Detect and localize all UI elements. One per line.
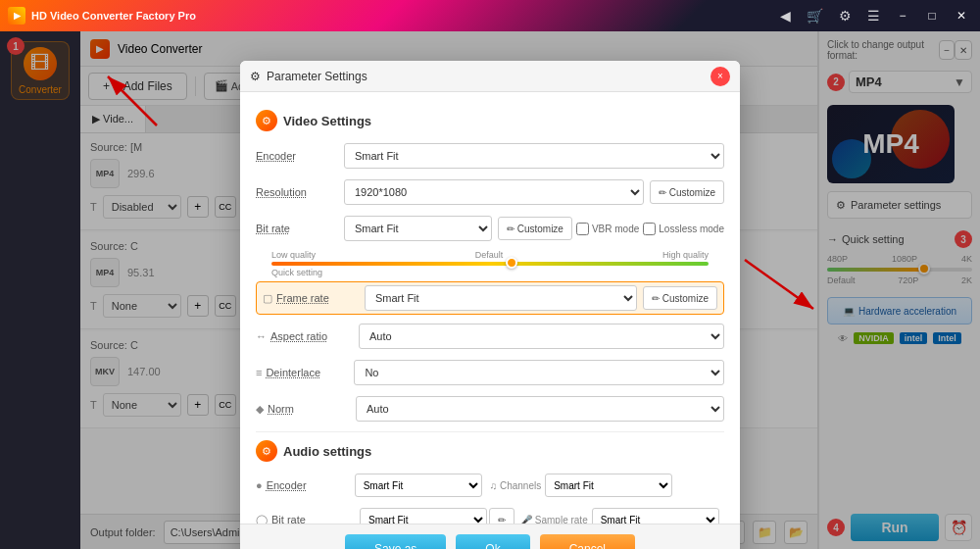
modal-body: ⚙ Video Settings Encoder Smart Fit Resol… (240, 92, 740, 524)
deinterlace-icon: ≡ (256, 367, 262, 378)
quality-track[interactable] (271, 262, 709, 266)
customize-icon-1: ✏ (659, 187, 666, 198)
aspect-icon: ↔ (256, 330, 267, 342)
quality-default: Default (475, 250, 504, 260)
video-settings-icon: ⚙ (256, 110, 277, 131)
customize-label-3: Customize (662, 293, 709, 304)
modal-overlay: ⚙ Parameter Settings × ⚙ Video Settings … (0, 31, 980, 549)
bitrate-row: Bit rate Smart Fit ✏ Customize VBR mode (256, 214, 724, 243)
framerate-select[interactable]: Smart Fit (365, 285, 637, 311)
audio-bitrate-icon: ◯ (256, 514, 268, 524)
video-settings-title: Video Settings (283, 114, 371, 128)
resolution-customize-button[interactable]: ✏ Customize (650, 180, 724, 204)
quality-slider-section: Low quality Default High quality Quick s… (271, 250, 709, 277)
sample-label: Sample rate (535, 515, 588, 524)
ok-button[interactable]: Ok (456, 534, 529, 549)
audio-settings-title: Audio settings (283, 444, 371, 459)
settings-icon[interactable]: ⚙ (835, 6, 856, 25)
deinterlace-select[interactable]: No Yes (354, 360, 724, 385)
framerate-value-wrapper: Smart Fit (365, 285, 637, 311)
app-window: ▶ HD Video Converter Factory Pro ◀ 🛒 ⚙ ☰… (0, 0, 980, 549)
customize-icon-3: ✏ (652, 293, 660, 304)
channels-icon: ♫ Channels (490, 480, 542, 491)
framerate-label: Frame rate (276, 292, 365, 304)
modal-title: ⚙ Parameter Settings (250, 70, 368, 83)
quality-thumb[interactable] (506, 257, 517, 269)
save-as-label: Save as (374, 542, 416, 549)
audio-bitrate-customize-button[interactable]: ✏ (489, 508, 514, 524)
sample-icon: 🎤 Sample rate (520, 515, 588, 524)
vbr-mode-check: VBR mode (576, 223, 639, 235)
maximize-button[interactable]: □ (921, 5, 943, 26)
cancel-label: Cancel (569, 542, 606, 549)
bitrate-label: Bit rate (256, 223, 344, 234)
norm-select[interactable]: Auto (356, 396, 724, 422)
customize-label-1: Customize (669, 187, 715, 198)
norm-label: Norm (268, 403, 356, 415)
parameter-settings-modal: ⚙ Parameter Settings × ⚙ Video Settings … (240, 61, 740, 549)
audio-settings-header: ⚙ Audio settings (256, 440, 724, 462)
lossless-mode-check: Lossless mode (643, 223, 724, 235)
modal-title-icon: ⚙ (250, 70, 261, 83)
quick-setting-sub-label: Quick setting (271, 268, 709, 277)
quality-low: Low quality (271, 250, 316, 260)
app-title: HD Video Converter Factory Pro (31, 10, 196, 22)
resolution-row: Resolution 1920*1080 ✏ Customize (256, 177, 724, 207)
audio-bitrate-select[interactable]: Smart Fit (360, 508, 487, 524)
encoder-select[interactable]: Smart Fit (344, 143, 724, 169)
framerate-icon: ▢ (263, 292, 272, 305)
norm-icon: ◆ (256, 403, 264, 416)
audio-bitrate-row: ◯ Bit rate Smart Fit ✏ 🎤 Sample rate Sma… (256, 506, 724, 524)
audio-encoder-icon: ● (256, 479, 263, 491)
minimize-button[interactable]: − (892, 5, 913, 26)
customize-label-2: Customize (517, 224, 564, 234)
aspect-label: Aspect ratio (270, 330, 359, 342)
deinterlace-value-wrapper: No Yes (354, 360, 724, 385)
audio-encoder-select[interactable]: Smart Fit (355, 474, 482, 497)
deinterlace-label: Deinterlace (266, 367, 354, 378)
save-as-button[interactable]: Save as (345, 534, 446, 549)
aspect-select[interactable]: Auto (359, 324, 724, 349)
encoder-row: Encoder Smart Fit (256, 141, 724, 171)
audio-encoder-label: Encoder (267, 479, 355, 491)
norm-row: ◆ Norm Auto (256, 394, 724, 424)
channels-select[interactable]: Smart Fit (545, 474, 672, 497)
resolution-label: Resolution (256, 186, 344, 198)
cancel-button[interactable]: Cancel (540, 534, 635, 549)
bitrate-select[interactable]: Smart Fit (344, 216, 492, 241)
close-button[interactable]: ✕ (951, 5, 972, 26)
cart-icon[interactable]: 🛒 (803, 6, 827, 25)
quality-labels: Low quality Default High quality (271, 250, 709, 260)
resolution-value-wrapper: 1920*1080 (344, 179, 644, 205)
customize-icon-2: ✏ (507, 224, 514, 234)
vbr-checkbox[interactable] (576, 223, 589, 235)
ok-label: Ok (485, 542, 500, 549)
lossless-checkbox[interactable] (643, 223, 656, 235)
audio-encoder-row: ● Encoder Smart Fit ♫ Channels Smart Fit (256, 472, 724, 499)
norm-value-wrapper: Auto (356, 396, 724, 422)
title-bar-left: ▶ HD Video Converter Factory Pro (8, 7, 196, 25)
modal-close-button[interactable]: × (710, 67, 730, 86)
quality-high: High quality (662, 250, 709, 260)
aspect-value-wrapper: Auto (359, 324, 724, 349)
modal-title-text: Parameter Settings (267, 70, 368, 83)
vbr-label: VBR mode (592, 224, 639, 234)
modal-close-icon: × (717, 71, 723, 81)
framerate-customize-button[interactable]: ✏ Customize (643, 286, 717, 310)
resolution-select[interactable]: 1920*1080 (344, 179, 644, 205)
encoder-value-wrapper: Smart Fit (344, 143, 724, 169)
title-bar-right: ◀ 🛒 ⚙ ☰ − □ ✕ (776, 5, 972, 26)
title-bar: ▶ HD Video Converter Factory Pro ◀ 🛒 ⚙ ☰… (0, 0, 980, 31)
encoder-label: Encoder (256, 150, 344, 162)
lossless-label: Lossless mode (659, 224, 724, 234)
video-settings-header: ⚙ Video Settings (256, 110, 724, 131)
aspect-row: ↔ Aspect ratio Auto (256, 322, 724, 351)
audio-bitrate-label: Bit rate (271, 514, 360, 524)
deinterlace-row: ≡ Deinterlace No Yes (256, 358, 724, 387)
list-icon[interactable]: ☰ (863, 6, 884, 25)
section-divider (256, 431, 724, 432)
modal-title-bar: ⚙ Parameter Settings × (240, 61, 740, 92)
bitrate-customize-button[interactable]: ✏ Customize (498, 217, 572, 240)
sample-select[interactable]: Smart Fit (592, 508, 719, 524)
nav-icon[interactable]: ◀ (776, 6, 795, 25)
